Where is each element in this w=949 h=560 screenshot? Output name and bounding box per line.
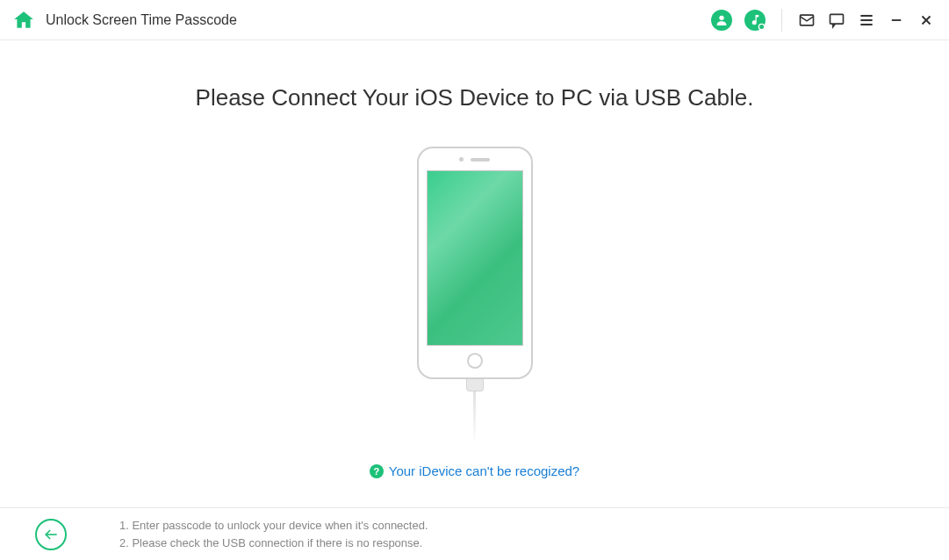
phone-top [459,157,490,162]
footer-line-2: 2. Please check the USB connection if th… [119,535,428,552]
back-button[interactable] [35,519,67,550]
close-icon[interactable] [917,11,935,29]
titlebar-divider [781,9,782,32]
page-title: Unlock Screen Time Passcode [46,12,237,28]
minimize-icon[interactable] [888,11,905,29]
titlebar-right [711,9,935,32]
cable-wire-icon [473,391,476,444]
headline: Please Connect Your iOS Device to PC via… [196,84,754,111]
phone-camera-icon [459,157,464,162]
home-icon[interactable] [12,9,35,32]
phone-screen [427,170,523,346]
cable-connector-icon [466,379,484,391]
user-account-icon[interactable] [711,10,732,31]
question-mark-icon: ? [370,464,384,478]
footer-line-1: 1. Enter passcode to unlock your device … [119,517,428,535]
titlebar-left: Unlock Screen Time Passcode [12,9,237,32]
help-link-row: ? Your iDevice can't be recogized? [370,463,579,478]
help-link[interactable]: Your iDevice can't be recogized? [389,463,579,478]
svg-point-1 [758,24,764,29]
footer: 1. Enter passcode to unlock your device … [0,507,949,560]
mail-icon[interactable] [798,11,816,29]
svg-point-0 [719,15,723,19]
footer-instructions: 1. Enter passcode to unlock your device … [119,517,428,551]
menu-icon[interactable] [858,11,875,29]
feedback-icon[interactable] [828,11,845,29]
phone-speaker-icon [471,158,490,162]
phone-body [417,147,533,379]
phone-home-button-icon [467,353,483,369]
svg-rect-4 [830,14,844,24]
titlebar: Unlock Screen Time Passcode [0,0,949,40]
music-icon[interactable] [744,10,766,31]
phone-illustration [417,147,533,444]
svg-line-2 [764,28,766,31]
main-content: Please Connect Your iOS Device to PC via… [0,40,949,507]
